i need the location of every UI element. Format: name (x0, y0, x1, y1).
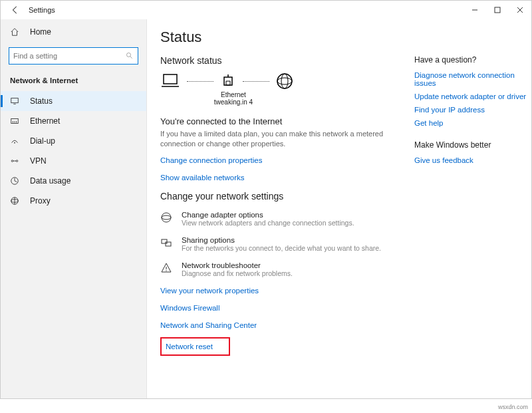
search-input[interactable] (9, 47, 138, 65)
svg-point-7 (14, 142, 15, 144)
sidebar: Home Network & Internet Status Ethernet … (1, 19, 147, 398)
ethernet-icon (10, 116, 22, 126)
sidebar-item-dialup[interactable]: Dial-up (1, 131, 146, 151)
svg-point-22 (162, 213, 171, 222)
home-icon (10, 27, 22, 37)
sidebar-item-datausage[interactable]: Data usage (1, 171, 146, 191)
option-title: Sharing options (182, 236, 381, 244)
proxy-icon (10, 196, 22, 206)
network-reset-highlight: Network reset (160, 337, 230, 356)
connection-label: Ethernet tweaking.in 4 (207, 91, 260, 106)
sharing-options[interactable]: Sharing options For the networks you con… (160, 236, 394, 252)
svg-rect-4 (11, 98, 19, 103)
page-title: Status (160, 29, 394, 46)
connected-heading: You're connected to the Internet (160, 116, 394, 126)
network-sharing-center-link[interactable]: Network and Sharing Center (160, 321, 394, 329)
connection-line (243, 81, 269, 82)
connection-line (187, 81, 213, 82)
svg-line-3 (130, 57, 132, 59)
option-desc: View network adapters and change connect… (182, 219, 354, 227)
windows-firewall-link[interactable]: Windows Firewall (160, 304, 394, 312)
window-title: Settings (29, 6, 55, 14)
minimize-button[interactable] (464, 1, 486, 19)
settings-window: Settings Home Network & Internet Status (0, 0, 532, 399)
titlebar: Settings (1, 1, 531, 19)
connection-name: Ethernet (207, 91, 260, 98)
help-link[interactable]: Diagnose network connection issues (414, 71, 531, 87)
home-label: Home (30, 27, 51, 37)
back-button[interactable] (7, 5, 23, 15)
sidebar-category: Network & Internet (1, 71, 146, 91)
svg-point-19 (277, 74, 292, 88)
laptop-icon (160, 73, 180, 89)
status-icon (10, 96, 22, 106)
svg-rect-25 (166, 242, 171, 246)
svg-point-8 (11, 160, 13, 162)
change-adapter-options[interactable]: Change adapter options View network adap… (160, 211, 394, 227)
main-content: Status Network status Ethernet tweaking.… (147, 19, 531, 398)
window-controls (464, 1, 531, 19)
search-field[interactable] (13, 52, 120, 60)
better-heading: Make Windows better (414, 140, 531, 150)
option-title: Network troubleshooter (182, 261, 293, 269)
sidebar-item-label: Proxy (30, 196, 51, 206)
sidebar-item-label: Dial-up (30, 136, 55, 146)
sidebar-item-label: Data usage (30, 176, 70, 186)
help-link[interactable]: Update network adapter or driver (414, 92, 531, 100)
close-button[interactable] (509, 1, 531, 19)
sidebar-item-label: VPN (30, 156, 47, 166)
svg-rect-18 (226, 81, 230, 85)
warning-icon (160, 261, 174, 277)
option-title: Change adapter options (182, 211, 354, 219)
sidebar-item-vpn[interactable]: VPN (1, 151, 146, 171)
svg-point-20 (277, 78, 292, 84)
router-icon (220, 73, 236, 89)
aside: Have a question? Diagnose network connec… (414, 29, 531, 385)
view-network-props-link[interactable]: View your network properties (160, 287, 394, 295)
sidebar-item-ethernet[interactable]: Ethernet (1, 111, 146, 131)
change-connection-props-link[interactable]: Change connection properties (160, 156, 394, 164)
svg-rect-15 (164, 74, 177, 84)
attribution: wsxdn.com (498, 404, 528, 410)
vpn-icon (10, 156, 22, 166)
svg-point-2 (127, 53, 131, 57)
sharing-icon (160, 236, 174, 252)
globe-icon (276, 72, 293, 90)
maximize-button[interactable] (486, 1, 509, 19)
help-link[interactable]: Find your IP address (414, 106, 531, 114)
svg-rect-1 (495, 7, 500, 13)
network-status-heading: Network status (160, 55, 394, 66)
show-available-networks-link[interactable]: Show available networks (160, 174, 394, 182)
svg-point-23 (162, 215, 171, 219)
svg-point-9 (16, 160, 18, 162)
sidebar-item-proxy[interactable]: Proxy (1, 191, 146, 211)
connected-desc: If you have a limited data plan, you can… (160, 129, 394, 150)
change-settings-heading: Change your network settings (160, 191, 394, 202)
svg-rect-24 (162, 239, 167, 243)
sidebar-item-label: Ethernet (30, 116, 60, 126)
connection-subname: tweaking.in 4 (207, 98, 260, 106)
dialup-icon (10, 136, 22, 146)
svg-point-21 (281, 74, 288, 88)
network-troubleshooter[interactable]: Network troubleshooter Diagnose and fix … (160, 261, 394, 277)
network-reset-link[interactable]: Network reset (166, 343, 213, 350)
adapter-icon (160, 211, 174, 227)
sidebar-item-status[interactable]: Status (1, 91, 146, 111)
question-heading: Have a question? (414, 55, 531, 65)
svg-point-27 (166, 270, 166, 271)
search-icon (126, 52, 134, 60)
sidebar-item-label: Status (30, 96, 53, 106)
help-link[interactable]: Get help (414, 119, 531, 127)
feedback-link[interactable]: Give us feedback (414, 156, 531, 164)
datausage-icon (10, 176, 22, 186)
home-button[interactable]: Home (1, 23, 146, 41)
network-diagram (160, 72, 394, 90)
option-desc: For the networks you connect to, decide … (182, 244, 381, 252)
option-desc: Diagnose and fix network problems. (182, 269, 293, 277)
